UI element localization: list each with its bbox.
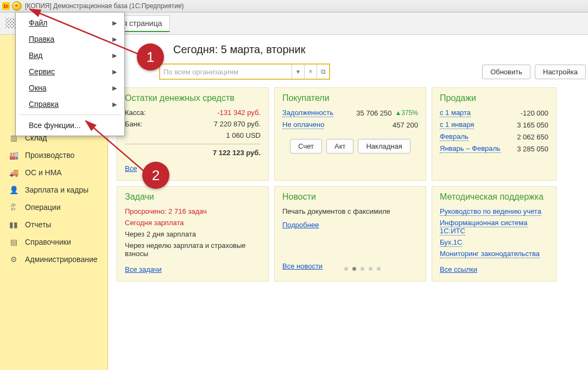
menu-file[interactable]: Файл▶ bbox=[16, 15, 124, 31]
window-titlebar: 1c [КОПИЯ] Демонстрационная база (1С:Пре… bbox=[0, 0, 588, 12]
sidebar-item-label: Администрирование bbox=[25, 255, 98, 264]
refresh-button[interactable]: Обновить bbox=[482, 65, 530, 79]
sidebar-item-os-nma[interactable]: 🚚 ОС и НМА bbox=[0, 164, 108, 181]
card-cash-balances: Остатки денежных средств Касса: -131 342… bbox=[117, 87, 269, 181]
annotation-callout-1: 1 bbox=[137, 43, 164, 71]
organization-input[interactable]: По всем организациям bbox=[160, 65, 292, 79]
card-title: Остатки денежных средств bbox=[125, 93, 261, 103]
card-title: Задачи bbox=[125, 192, 261, 202]
card-buyers: Покупатели Задолженность 35 706 250 ▲375… bbox=[274, 87, 426, 181]
sidebar-item-production[interactable]: 🏭 Производство bbox=[0, 146, 108, 164]
tasks-overdue: Просрочено: 2 716 задач bbox=[125, 207, 261, 215]
sidebar-item-label: Зарплата и кадры bbox=[25, 186, 88, 194]
sales-feb-value: 2 062 650 bbox=[517, 133, 548, 141]
sidebar-item-catalogs[interactable]: ▤ Справочники bbox=[0, 233, 108, 251]
cash-bank-label: Банк: bbox=[125, 120, 142, 128]
book-icon: ▤ bbox=[9, 238, 18, 246]
today-heading: Сегодня: 5 марта, вторник bbox=[173, 43, 586, 56]
sales-jan-feb-link[interactable]: Январь – Февраль bbox=[440, 144, 501, 153]
sidebar-item-reports[interactable]: ▮▮ Отчеты bbox=[0, 216, 108, 233]
menu-view[interactable]: Вид▶ bbox=[16, 47, 124, 63]
support-link-guide[interactable]: Руководство по ведению учета bbox=[440, 207, 541, 216]
chevron-right-icon: ▶ bbox=[112, 20, 117, 27]
cash-usd-value: 1 060 USD bbox=[226, 131, 261, 139]
cash-total: 7 122 123 руб. bbox=[213, 149, 261, 157]
support-all-link[interactable]: Все ссылки bbox=[440, 265, 477, 273]
sidebar-item-label: Отчеты bbox=[25, 220, 51, 229]
sidebar-item-label: Операции bbox=[25, 203, 61, 212]
person-icon: 👤 bbox=[9, 186, 18, 194]
operations-icon: ДтКт bbox=[9, 203, 18, 212]
chevron-right-icon: ▶ bbox=[112, 85, 117, 92]
main-menu-popup: Файл▶ Правка▶ Вид▶ Сервис▶ Окна▶ Справка… bbox=[15, 12, 125, 136]
buyers-unpaid-value: 457 200 bbox=[393, 121, 418, 129]
tasks-all-link[interactable]: Все задачи bbox=[125, 265, 162, 273]
card-news: Новости Печать документов с факсимиле По… bbox=[274, 186, 426, 282]
sidebar-item-zarplata[interactable]: 👤 Зарплата и кадры bbox=[0, 181, 108, 199]
apps-grid-icon[interactable] bbox=[5, 18, 16, 29]
invoice-button[interactable]: Счет bbox=[290, 139, 322, 154]
chevron-right-icon: ▶ bbox=[112, 36, 117, 43]
main-menu-dropdown-icon[interactable] bbox=[12, 1, 22, 11]
news-more-link[interactable]: Подробнее bbox=[282, 221, 319, 229]
tasks-today: Сегодня зарплата bbox=[125, 219, 261, 227]
buyers-debt-delta: ▲375% bbox=[395, 109, 418, 117]
sales-from-mar-link[interactable]: с 1 марта bbox=[440, 109, 471, 117]
annotation-callout-2: 2 bbox=[142, 162, 169, 189]
sales-from-mar-value: -120 000 bbox=[521, 109, 548, 117]
settings-button[interactable]: Настройка bbox=[535, 65, 586, 79]
window-title: [КОПИЯ] Демонстрационная база (1С:Предпр… bbox=[25, 2, 184, 10]
support-link-monitoring[interactable]: Мониторинг законодательства bbox=[440, 250, 540, 258]
cash-bank-value: 7 220 870 руб. bbox=[214, 120, 261, 128]
chart-icon: ▮▮ bbox=[9, 220, 18, 229]
sales-feb-link[interactable]: Февраль bbox=[440, 132, 469, 141]
waybill-button[interactable]: Накладная bbox=[358, 139, 410, 154]
sidebar-item-label: Производство bbox=[25, 151, 74, 160]
tasks-in2days: Через 2 дня зарплата bbox=[125, 230, 261, 238]
cash-kassa-label: Касса: bbox=[125, 109, 146, 117]
org-expand-button[interactable]: ⧉ bbox=[317, 65, 329, 79]
card-title: Новости bbox=[282, 192, 418, 202]
sales-from-jan-link[interactable]: с 1 января bbox=[440, 120, 474, 129]
sales-jan-feb-value: 3 285 050 bbox=[517, 145, 548, 153]
chevron-right-icon: ▶ bbox=[112, 52, 117, 59]
sidebar-item-operations[interactable]: ДтКт Операции bbox=[0, 199, 108, 216]
truck-icon: 🚚 bbox=[9, 168, 18, 177]
app-logo-icon: 1c bbox=[2, 2, 10, 10]
card-support: Методическая поддержка Руководство по ве… bbox=[432, 186, 557, 282]
chevron-right-icon: ▶ bbox=[112, 101, 117, 108]
gear-icon: ⚙ bbox=[9, 255, 18, 264]
buyers-unpaid-link[interactable]: Не оплачено bbox=[282, 120, 324, 129]
chevron-right-icon: ▶ bbox=[112, 68, 117, 75]
cash-all-link[interactable]: Все bbox=[125, 164, 137, 173]
support-link-its[interactable]: Информационная система 1С:ИТС bbox=[440, 219, 528, 235]
card-tasks: Задачи Просрочено: 2 716 задач Сегодня з… bbox=[117, 186, 269, 282]
tasks-week: Через неделю зарплата и страховые взносы bbox=[125, 241, 261, 258]
sales-from-jan-value: 3 165 050 bbox=[517, 121, 548, 129]
menu-service[interactable]: Сервис▶ bbox=[16, 63, 124, 80]
menu-edit[interactable]: Правка▶ bbox=[16, 31, 124, 47]
menu-help[interactable]: Справка▶ bbox=[16, 96, 124, 112]
sidebar-item-label: Справочники bbox=[25, 238, 71, 246]
sidebar-item-label: ОС и НМА bbox=[25, 168, 62, 177]
card-title: Продажи bbox=[440, 93, 548, 103]
news-pager[interactable] bbox=[344, 267, 381, 271]
buyers-debt-value: 35 706 250 bbox=[356, 109, 391, 117]
menu-windows[interactable]: Окна▶ bbox=[16, 80, 124, 96]
news-line: Печать документов с факсимиле bbox=[282, 207, 418, 215]
org-clear-button[interactable]: × bbox=[304, 65, 317, 79]
card-sales: Продажи с 1 марта-120 000 с 1 января3 16… bbox=[432, 87, 557, 181]
act-button[interactable]: Акт bbox=[326, 139, 353, 154]
org-dropdown-button[interactable]: ▾ bbox=[292, 65, 304, 79]
card-title: Покупатели bbox=[282, 93, 418, 103]
sidebar-item-admin[interactable]: ⚙ Администрирование bbox=[0, 251, 108, 268]
cash-kassa-value: -131 342 руб. bbox=[217, 109, 261, 117]
organization-selector[interactable]: По всем организациям ▾ × ⧉ bbox=[159, 63, 330, 80]
menu-all-functions[interactable]: Все функции... bbox=[16, 117, 124, 133]
card-title: Методическая поддержка bbox=[440, 192, 548, 202]
main-content: Сегодня: 5 марта, вторник По всем органи… bbox=[108, 35, 588, 370]
news-all-link[interactable]: Все новости bbox=[282, 262, 323, 270]
support-link-buh1c[interactable]: Бух.1С bbox=[440, 238, 462, 247]
buyers-debt-link[interactable]: Задолженность bbox=[282, 109, 333, 117]
factory-icon: 🏭 bbox=[9, 151, 18, 160]
